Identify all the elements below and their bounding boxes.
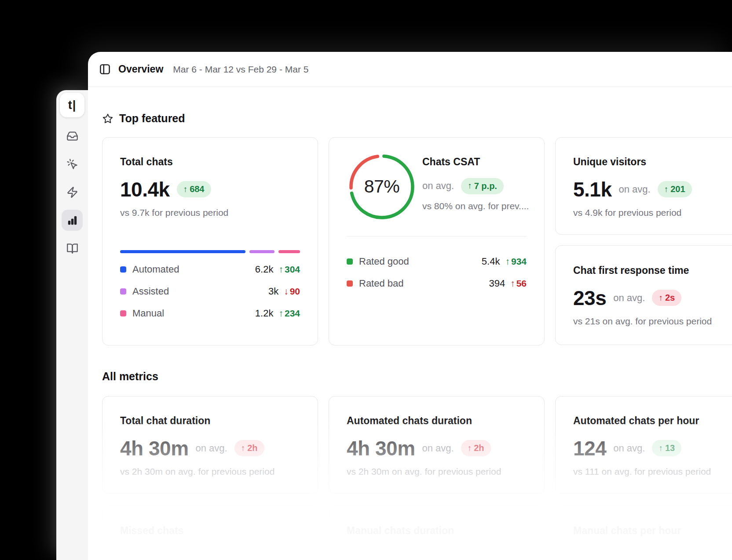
manual-bar-segment [278, 250, 300, 253]
arrow-up-icon: ↑ [278, 264, 283, 274]
csat-legend: Rated good 5.4k ↑934 Rated bad 394 ↑56 [347, 254, 527, 291]
legend-label: Manual [132, 308, 164, 319]
collapse-sidebar-button[interactable] [99, 63, 111, 75]
arrow-up-icon: ↑ [183, 185, 188, 194]
arrow-up-icon: ↑ [659, 293, 663, 303]
comparison-text: vs 111 on avg. for previous period [573, 466, 732, 477]
app-sidebar: t| [56, 90, 88, 560]
legend-row-rated-bad: Rated bad 394 ↑56 [347, 276, 527, 291]
legend-delta: 304 [285, 264, 300, 274]
csat-donut-chart: 87% [347, 152, 417, 222]
dashboard-content: Top featured Total chats 10.4k ↑ 684 vs … [88, 87, 732, 560]
top-featured-heading: Top featured [102, 111, 732, 126]
comparison-text: vs 9.7k for previous period [120, 207, 300, 218]
right-card-column: Unique visitors 5.1k on avg. ↑ 201 vs 4.… [555, 137, 732, 345]
manual-chats-per-hour-card: Manual chats per hour [555, 506, 732, 560]
delta-badge: ↑ 684 [177, 181, 211, 197]
sidebar-item-knowledge[interactable] [62, 238, 83, 259]
legend-trend: ↑934 [505, 256, 527, 267]
csat-percentage: 87% [347, 152, 417, 222]
all-metrics-grid-row2: Missed chats Manual chats duration Manua… [102, 506, 732, 560]
arrow-up-icon: ↑ [659, 444, 663, 453]
manual-swatch [120, 310, 126, 316]
legend-value: 5.4k [482, 256, 500, 267]
legend-row-manual: Manual 1.2k ↑234 [120, 306, 300, 321]
card-title: Manual chats duration [347, 524, 527, 537]
legend-delta: 90 [290, 286, 300, 296]
delta-badge: ↑ 7 p.p. [461, 178, 504, 194]
delta-value: 7 p.p. [474, 181, 497, 191]
value-row: 124 on avg. ↑ 13 [573, 437, 732, 460]
all-metrics-grid-row1: Total chat duration 4h 30m on avg. ↑ 2h … [102, 396, 732, 494]
total-chat-duration-value: 4h 30m [120, 436, 189, 460]
legend-trend: ↑304 [278, 264, 300, 275]
on-avg-label: on avg. [196, 443, 227, 454]
app-header: Overview Mar 6 - Mar 12 vs Feb 29 - Mar … [88, 52, 732, 87]
legend-delta: 56 [516, 278, 527, 288]
delta-value: 201 [670, 184, 685, 194]
workspace-logo-label: t| [68, 98, 77, 112]
automated-swatch [120, 266, 126, 273]
card-title: Unique visitors [573, 155, 732, 168]
chats-legend: Automated 6.2k ↑304 Assisted 3k ↓90 [120, 262, 300, 321]
automated-bar-segment [120, 250, 245, 253]
top-featured-heading-label: Top featured [119, 112, 185, 125]
chats-stacked-bar [120, 250, 300, 253]
comparison-text: vs 80% on avg. for prev.... [422, 200, 527, 212]
value-row: 4h 30m on avg. ↑ 2h [120, 437, 300, 460]
all-metrics-heading-label: All metrics [102, 370, 158, 383]
star-icon [102, 113, 113, 124]
unique-visitors-value: 5.1k [573, 178, 612, 201]
legend-row-rated-good: Rated good 5.4k ↑934 [347, 254, 527, 269]
arrow-up-icon: ↑ [664, 185, 669, 194]
delta-badge: ↑ 13 [652, 440, 681, 456]
sidebar-item-flows[interactable] [62, 182, 83, 203]
chat-first-response-card: Chat first response time 23s on avg. ↑ 2… [555, 245, 732, 345]
total-chat-duration-card: Total chat duration 4h 30m on avg. ↑ 2h … [102, 396, 318, 494]
legend-value: 6.2k [255, 264, 274, 275]
comparison-text: vs 21s on avg. for previous period [573, 316, 732, 327]
sidebar-item-analytics[interactable] [62, 210, 83, 231]
lightning-icon [66, 186, 78, 198]
legend-value: 1.2k [255, 308, 274, 319]
legend-row-automated: Automated 6.2k ↑304 [120, 262, 300, 277]
automated-chats-per-hour-value: 124 [573, 436, 606, 460]
arrow-up-icon: ↑ [468, 181, 472, 191]
first-response-value: 23s [573, 286, 606, 310]
delta-value: 2s [665, 293, 675, 303]
card-divider [347, 236, 527, 236]
value-row: 4h 30m on avg. ↑ 2h [347, 437, 527, 460]
on-avg-label: on avg. [619, 184, 651, 195]
legend-trend: ↓90 [284, 286, 300, 297]
card-title: Total chat duration [120, 414, 300, 427]
legend-label: Rated good [359, 256, 409, 267]
open-book-icon [66, 243, 78, 255]
on-avg-label: on avg. [422, 180, 454, 192]
delta-badge: ↑ 201 [658, 181, 692, 197]
total-chats-value: 10.4k [120, 178, 170, 201]
missed-chats-card: Missed chats [102, 506, 318, 560]
legend-label: Assisted [132, 286, 169, 297]
delta-badge: ↑ 2s [652, 290, 681, 306]
card-title: Chats CSAT [422, 155, 527, 168]
arrow-down-icon: ↓ [284, 286, 289, 296]
workspace-logo[interactable]: t| [60, 93, 84, 117]
legend-trend: ↑56 [510, 278, 527, 289]
legend-trend: ↑234 [278, 308, 300, 319]
csat-details: Chats CSAT on avg. ↑ 7 p.p. vs 80% on av… [422, 155, 527, 212]
assisted-swatch [120, 288, 126, 295]
sidebar-item-automation[interactable] [62, 153, 83, 175]
delta-badge: ↑ 2h [234, 440, 264, 456]
on-avg-label: on avg. [613, 443, 645, 454]
card-title: Automated chats per hour [573, 414, 732, 427]
value-row: on avg. ↑ 7 p.p. [422, 178, 527, 194]
app-window: Overview Mar 6 - Mar 12 vs Feb 29 - Mar … [88, 52, 732, 560]
card-title: Manual chats per hour [573, 524, 732, 537]
sidebar-item-inbox[interactable] [62, 125, 83, 146]
card-title: Automated chats duration [347, 414, 527, 427]
legend-value: 394 [489, 278, 505, 289]
chats-csat-card: 87% Chats CSAT on avg. ↑ 7 p.p. [329, 137, 545, 345]
delta-badge: ↑ 2h [461, 440, 491, 456]
legend-delta: 234 [285, 308, 300, 318]
automated-chats-duration-value: 4h 30m [347, 436, 415, 460]
